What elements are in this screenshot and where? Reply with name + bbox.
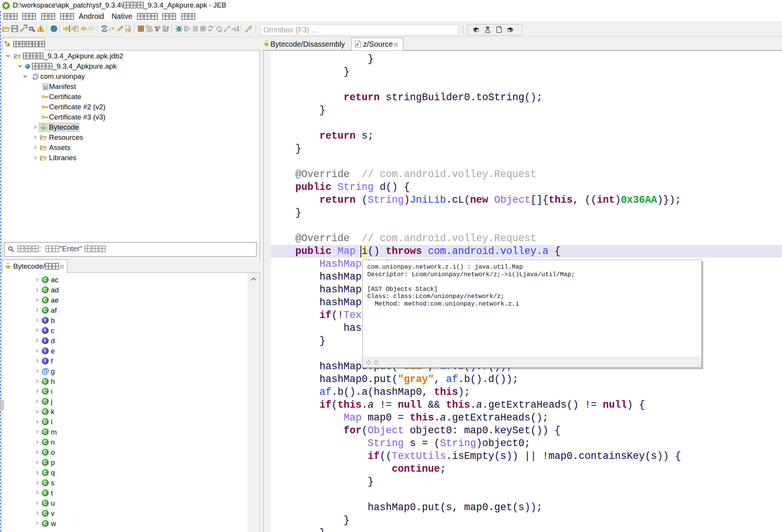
svg-text:x: x: [44, 85, 46, 89]
svg-text:C: C: [43, 399, 47, 404]
svg-text:I: I: [44, 338, 46, 343]
svg-text:C: C: [43, 490, 47, 495]
svg-text:C: C: [43, 389, 47, 394]
svg-text:C: C: [43, 277, 47, 283]
svg-text:C: C: [43, 379, 47, 384]
svg-text:/*: /*: [108, 26, 115, 32]
svg-text:.: .: [224, 25, 225, 28]
svg-text:I: I: [44, 358, 46, 364]
svg-text:I: I: [44, 348, 46, 353]
svg-text:C: C: [43, 440, 47, 445]
svg-text:I: I: [44, 328, 46, 333]
svg-text:C: C: [43, 307, 47, 313]
svg-text:I: I: [44, 318, 46, 323]
svg-text:C: C: [43, 287, 47, 293]
svg-text:3.: 3.: [208, 29, 210, 32]
svg-text:C: C: [43, 511, 47, 516]
svg-text:C: C: [43, 470, 47, 475]
svg-text:C: C: [43, 430, 47, 435]
svg-text:C: C: [43, 460, 47, 465]
svg-text:C: C: [43, 450, 47, 455]
svg-text:C: C: [43, 521, 47, 526]
svg-text:C: C: [43, 409, 47, 414]
svg-text:C: C: [43, 297, 47, 303]
svg-text:C: C: [43, 500, 47, 506]
svg-text:C: C: [43, 480, 47, 486]
svg-text:C: C: [43, 419, 47, 425]
